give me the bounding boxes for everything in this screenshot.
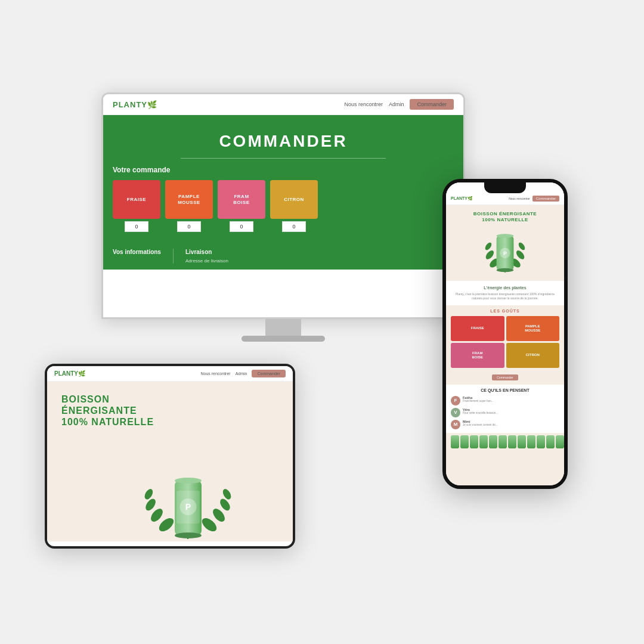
tablet-nav-cta[interactable]: Commander: [252, 370, 286, 377]
phone-flavor-pamplemousse[interactable]: PAMPLEMOUSSE: [506, 316, 560, 341]
info-col-livraison: Livraison Adresse de livraison: [185, 249, 228, 264]
reviewer-text-mimi: Je suis vraiment content de...: [463, 423, 498, 427]
svg-point-16: [484, 249, 496, 261]
review-item-mimi: M Mimi Je suis vraiment content de...: [451, 420, 559, 429]
svg-point-24: [497, 268, 514, 272]
phone-logo: PLANTY🌿: [451, 196, 473, 201]
desktop-flavors: FRAISE 0 PAMPLEMOUSSE 0 FRAMBOISE 0 CITR…: [113, 180, 454, 232]
tablet-can-area: P: [83, 410, 293, 541]
flavor-card-citron[interactable]: CITRON: [270, 180, 318, 219]
desktop-nav-links: Nous rencontrer Admin Commander: [344, 99, 454, 110]
svg-text:P: P: [185, 502, 190, 512]
can-mini-12: [556, 435, 564, 448]
avatar-fatiha: F: [451, 396, 460, 405]
svg-point-6: [218, 497, 232, 513]
phone-plant-label: L'énergie des plantes: [451, 286, 559, 290]
desktop-hero-title: COMMANDER: [113, 132, 454, 151]
desktop-screen: PLANTY🌿 Nous rencontrer Admin Commander …: [101, 92, 465, 319]
phone-body-text: Planty, c'est la première boisson énergi…: [451, 292, 559, 301]
phone-can-leaves-svg: P: [481, 224, 529, 278]
review-content-mimi: Mimi Je suis vraiment content de...: [463, 420, 498, 427]
nav-cta-button[interactable]: Commander: [410, 99, 454, 110]
svg-point-11: [175, 532, 202, 538]
phone-nav-cta[interactable]: Commander: [532, 196, 559, 202]
can-mini-4: [479, 435, 488, 448]
phone-title-line2: 100% NATURELLE: [482, 217, 528, 222]
flavor-qty-fraise[interactable]: 0: [125, 221, 148, 232]
tablet-nav-links: Nous rencontrer Admin Commander: [200, 370, 286, 377]
svg-point-19: [515, 249, 526, 261]
phone-hero-section: BOISSON ÉNERGISANTE 100% NATURELLE: [446, 205, 564, 281]
info-divider: [173, 249, 174, 264]
phone-flavors-section: LES GOÛTS FRAISE PAMPLEMOUSSE FRAMBOISE …: [446, 305, 564, 385]
logo-icon: 🌿: [147, 100, 157, 109]
phone-flavor-framboise[interactable]: FRAMBOISE: [451, 343, 504, 368]
can-mini-7: [508, 435, 516, 448]
reviewer-text-vera: Pour cette nouvelle boisson...: [463, 411, 498, 415]
monitor-base: [242, 336, 325, 342]
phone-order-cta[interactable]: Commander: [492, 374, 518, 380]
tablet-screen: PLANTY🌿 Nous rencontrer Admin Commander …: [45, 364, 295, 549]
review-item-vera: V Véra Pour cette nouvelle boisson...: [451, 408, 559, 417]
phone-flavor-fraise[interactable]: FRAISE: [451, 316, 504, 341]
phone-device: PLANTY🌿 Nous rencontrer Commander BOISSO…: [442, 179, 568, 489]
phone-logo-icon: 🌿: [467, 196, 473, 200]
phone-notch: [484, 182, 526, 193]
tablet-logo: PLANTY🌿: [54, 370, 85, 377]
flavor-card-fraise[interactable]: FRAISE: [113, 180, 160, 219]
reviewer-text-fatiha: Franchement super bon...: [463, 400, 494, 403]
phone-cans-strip: [446, 433, 564, 451]
flavor-qty-framboise[interactable]: 0: [230, 221, 253, 232]
svg-point-23: [497, 234, 514, 237]
flavor-qty-citron[interactable]: 0: [282, 221, 306, 232]
tablet-device: PLANTY🌿 Nous rencontrer Admin Commander …: [45, 364, 295, 549]
can-mini-9: [527, 435, 535, 448]
phone-flavors-grid: FRAISE PAMPLEMOUSSE FRAMBOISE CITRON: [451, 316, 559, 368]
tablet-hero: BOISSON ÉNERGISANTE 100% NATURELLE: [47, 382, 293, 541]
desktop-hero-divider: [181, 158, 385, 159]
phone-flavors-title: LES GOÛTS: [451, 309, 559, 313]
info-adresse-label: Adresse de livraison: [185, 258, 228, 264]
can-mini-1: [451, 435, 459, 448]
svg-point-2: [144, 497, 157, 513]
scene: PLANTY🌿 Nous rencontrer Admin Commander …: [0, 0, 644, 644]
phone-hero-title: BOISSON ÉNERGISANTE 100% NATURELLE: [451, 211, 559, 224]
phone-reviews-section: CE QU'ILS EN PENSENT F Fatiha Franchemen…: [446, 385, 564, 433]
svg-text:P: P: [503, 250, 507, 256]
can-mini-8: [518, 435, 526, 448]
svg-point-10: [175, 478, 202, 484]
info-livraison-title: Livraison: [185, 249, 228, 255]
phone-screen: PLANTY🌿 Nous rencontrer Commander BOISSO…: [442, 179, 568, 489]
review-content-fatiha: Fatiha Franchement super bon...: [463, 396, 494, 403]
info-col-perso: Vos informations: [113, 249, 161, 264]
desktop-logo: PLANTY🌿: [113, 100, 157, 109]
nav-link-admin[interactable]: Admin: [389, 101, 404, 107]
phone-review-list: F Fatiha Franchement super bon... V Véra…: [451, 396, 559, 429]
flavor-qty-pamplemousse[interactable]: 0: [177, 221, 201, 232]
flavor-card-framboise[interactable]: FRAMBOISE: [218, 180, 265, 219]
tablet-nav-meet[interactable]: Nous rencontrer: [200, 371, 230, 376]
phone-nav-link1[interactable]: Nous rencontrer: [509, 197, 530, 200]
desktop-monitor: PLANTY🌿 Nous rencontrer Admin Commander …: [101, 92, 465, 349]
phone-content: PLANTY🌿 Nous rencontrer Commander BOISSO…: [446, 182, 564, 485]
nav-link-meet[interactable]: Nous rencontrer: [344, 101, 383, 107]
phone-logo-text: PLANTY: [451, 196, 467, 200]
can-mini-3: [470, 435, 478, 448]
tablet-nav-admin[interactable]: Admin: [236, 371, 247, 376]
can-mini-10: [537, 435, 545, 448]
tablet-logo-icon: 🌿: [78, 370, 85, 377]
desktop-navbar: PLANTY🌿 Nous rencontrer Admin Commander: [103, 94, 463, 115]
flavor-card-pamplemousse[interactable]: PAMPLEMOUSSE: [165, 180, 213, 219]
tablet-navbar: PLANTY🌿 Nous rencontrer Admin Commander: [47, 366, 293, 382]
desktop-info-section: Vos informations Livraison Adresse de li…: [103, 243, 463, 270]
monitor-stand: [265, 319, 301, 336]
phone-title-line1: BOISSON ÉNERGISANTE: [473, 211, 537, 216]
phone-reviews-title: CE QU'ILS EN PENSENT: [451, 388, 559, 392]
can-mini-11: [546, 435, 555, 448]
review-item-fatiha: F Fatiha Franchement super bon...: [451, 396, 559, 405]
svg-point-17: [484, 242, 493, 251]
svg-point-20: [518, 242, 527, 251]
phone-flavor-citron[interactable]: CITRON: [506, 343, 560, 368]
can-mini-2: [460, 435, 469, 448]
tablet-logo-text: PLANTY: [54, 370, 78, 377]
